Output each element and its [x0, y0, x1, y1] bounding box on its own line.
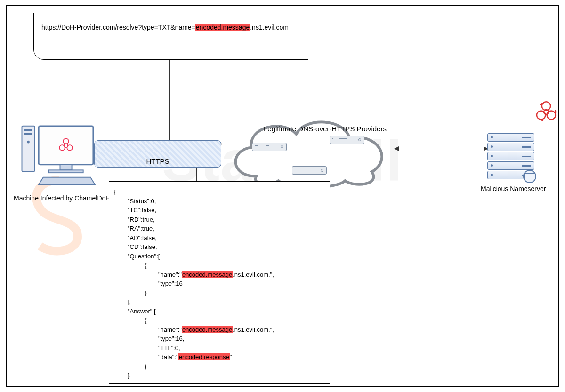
svg-point-3 — [27, 141, 30, 144]
json-line: "type":16, — [114, 334, 325, 344]
json-line: "CD":false, — [114, 242, 325, 252]
doh-request-url-box: https://DoH-Provider.com/resolve?type=TX… — [33, 13, 308, 60]
json-highlight: encoded response — [178, 353, 230, 360]
json-line: "Comment":"Response from <IP>." — [114, 380, 325, 384]
json-line: "RA":true, — [114, 224, 325, 233]
json-line: "RD":true, — [114, 215, 325, 224]
json-line: "AD":false, — [114, 233, 325, 243]
json-answer-name: "name":"encoded.message.ns1.evil.com.", — [114, 325, 325, 335]
json-line: } — [114, 362, 325, 371]
json-question-name: "name":"encoded.message.ns1.evil.com.", — [114, 270, 325, 280]
json-line: "Answer":[ — [114, 307, 325, 316]
svg-rect-5 — [60, 165, 72, 170]
json-highlight: encoded.message — [182, 326, 233, 333]
json-line: { — [114, 316, 325, 325]
doh-json-response-box: { "Status":0, "TC":false, "RD":true, "RA… — [109, 181, 330, 384]
cloud-label: Legitimate DNS-over-HTTPS Providers — [264, 125, 387, 133]
svg-rect-1 — [24, 129, 32, 131]
doh-server-icon-2 — [330, 136, 364, 144]
doh-server-icon-1 — [252, 143, 287, 151]
json-line: { — [114, 187, 325, 197]
json-answer-data: "data":"encoded response" — [114, 352, 325, 362]
svg-rect-4 — [39, 126, 93, 165]
svg-point-14 — [547, 111, 556, 120]
malicious-nameserver-label: Malicious Nameserver — [481, 185, 546, 192]
url-prefix: https://DoH-Provider.com/resolve?type=TX… — [41, 24, 195, 31]
json-line: "TTL":0, — [114, 344, 325, 353]
json-line: { — [114, 261, 325, 270]
arrow-cloud-nameserver — [398, 149, 485, 149]
json-line: "Status":0, — [114, 197, 325, 206]
malicious-nameserver-icon — [487, 133, 534, 180]
https-tunnel: HTTPS — [94, 140, 221, 168]
json-line: } — [114, 288, 325, 298]
json-line: "type":16 — [114, 279, 325, 288]
json-line: ], — [114, 297, 325, 307]
infected-machine-icon — [21, 124, 99, 189]
biohazard-icon — [534, 100, 558, 124]
json-line: ], — [114, 371, 325, 380]
svg-rect-2 — [24, 133, 32, 135]
doh-server-icon-3 — [292, 166, 327, 175]
cloud-doh-providers — [219, 110, 400, 190]
svg-rect-6 — [48, 170, 83, 173]
connector-url-to-tunnel — [170, 60, 170, 144]
url-suffix: .ns1.evil.com — [250, 24, 289, 31]
json-line: "Question":[ — [114, 252, 325, 261]
url-highlight: encoded.message — [195, 24, 250, 31]
json-line: "TC":false, — [114, 206, 325, 215]
diagram-frame: Stairwell https://DoH-Provider.com/resol… — [6, 5, 559, 387]
json-highlight: encoded.message — [182, 271, 233, 278]
globe-icon — [523, 170, 536, 183]
infected-machine-label: Machine Infected by ChamelDoH — [14, 194, 122, 202]
tunnel-label: HTTPS — [146, 157, 169, 165]
svg-point-15 — [537, 111, 545, 120]
